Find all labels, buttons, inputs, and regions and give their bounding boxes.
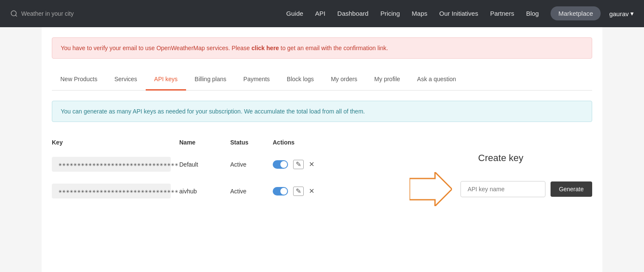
- keys-table: Key Name Status Actions ✳✳✳✳✳✳✳✳✳✳✳✳✳✳✳✳…: [52, 136, 384, 204]
- generate-button[interactable]: Generate: [551, 181, 592, 197]
- nav-marketplace[interactable]: Marketplace: [551, 6, 601, 20]
- svg-point-0: [11, 11, 16, 16]
- alert-text-after: to get an email with the confirmation li…: [279, 45, 388, 51]
- nav-dashboard[interactable]: Dashboard: [337, 10, 368, 17]
- api-key-name-2: aivhub: [179, 188, 230, 195]
- tab-my-profile[interactable]: My profile: [366, 69, 409, 91]
- nav-partners[interactable]: Partners: [490, 10, 514, 17]
- api-key-actions-1: ✎ ✕: [273, 160, 324, 169]
- table-header: Key Name Status Actions: [52, 136, 384, 151]
- api-key-name-1: Default: [179, 161, 230, 168]
- header-key: Key: [52, 139, 179, 146]
- tab-api-keys[interactable]: API keys: [146, 69, 186, 91]
- delete-icon-2[interactable]: ✕: [309, 187, 314, 195]
- tabs-bar: New Products Services API keys Billing p…: [52, 69, 592, 91]
- table-row: ✳✳✳✳✳✳✳✳✳✳✳✳✳✳✳✳✳✳✳✳✳✳✳✳✳✳✳✳✳✳✳✳ Default…: [52, 151, 384, 178]
- alert-text-before: You have to verify your email to use Ope…: [61, 45, 251, 51]
- api-section: Key Name Status Actions ✳✳✳✳✳✳✳✳✳✳✳✳✳✳✳✳…: [52, 136, 592, 206]
- nav-guide[interactable]: Guide: [286, 10, 303, 17]
- nav-api[interactable]: API: [315, 10, 325, 17]
- edit-icon-2[interactable]: ✎: [293, 187, 304, 196]
- header-name: Name: [179, 139, 230, 146]
- nav-pricing[interactable]: Pricing: [380, 10, 400, 17]
- tab-services[interactable]: Services: [106, 69, 146, 91]
- create-key-form: Generate: [460, 181, 592, 197]
- api-key-status-1: Active: [230, 161, 273, 168]
- create-key-title: Create key: [478, 153, 523, 164]
- chevron-down-icon: ▾: [630, 10, 634, 17]
- alert-click-here[interactable]: click here: [251, 45, 279, 51]
- svg-marker-1: [410, 172, 452, 206]
- alert-banner: You have to verify your email to use Ope…: [52, 37, 592, 59]
- search-placeholder: Weather in your city: [21, 10, 73, 17]
- arrow-and-form: Generate: [410, 172, 592, 206]
- info-box: You can generate as many API keys as nee…: [52, 101, 592, 122]
- header-actions: Actions: [273, 139, 324, 146]
- create-key-section: Create key Generate: [410, 136, 592, 206]
- delete-icon-1[interactable]: ✕: [309, 160, 314, 168]
- tab-billing-plans[interactable]: Billing plans: [186, 69, 235, 91]
- user-label: gaurav: [609, 10, 629, 17]
- api-key-value-1: ✳✳✳✳✳✳✳✳✳✳✳✳✳✳✳✳✳✳✳✳✳✳✳✳✳✳✳✳✳✳✳✳: [52, 157, 171, 172]
- nav-blog[interactable]: Blog: [526, 10, 539, 17]
- tab-payments[interactable]: Payments: [235, 69, 278, 91]
- main-content: You have to verify your email to use Ope…: [42, 27, 602, 272]
- api-key-status-2: Active: [230, 188, 273, 195]
- navbar: Weather in your city Guide API Dashboard…: [0, 0, 644, 27]
- tab-block-logs[interactable]: Block logs: [278, 69, 322, 91]
- toggle-1[interactable]: [273, 160, 288, 169]
- edit-icon-1[interactable]: ✎: [293, 160, 304, 169]
- nav-maps[interactable]: Maps: [412, 10, 427, 17]
- user-menu[interactable]: gaurav ▾: [609, 10, 634, 17]
- api-key-value-2: ✳✳✳✳✳✳✳✳✳✳✳✳✳✳✳✳✳✳✳✳✳✳✳✳✳✳✳✳✳✳✳✳: [52, 184, 171, 198]
- tab-ask-question[interactable]: Ask a question: [409, 69, 465, 91]
- tab-new-products[interactable]: New Products: [52, 69, 106, 91]
- header-status: Status: [230, 139, 273, 146]
- toggle-2[interactable]: [273, 187, 288, 196]
- api-key-name-input[interactable]: [460, 181, 545, 197]
- search-icon: [10, 10, 18, 17]
- nav-links: Guide API Dashboard Pricing Maps Our Ini…: [286, 10, 601, 17]
- nav-initiatives[interactable]: Our Initiatives: [439, 10, 478, 17]
- tab-my-orders[interactable]: My orders: [322, 69, 366, 91]
- orange-arrow-icon: [410, 172, 452, 206]
- api-key-actions-2: ✎ ✕: [273, 187, 324, 196]
- info-text: You can generate as many API keys as nee…: [61, 108, 365, 115]
- table-row: ✳✳✳✳✳✳✳✳✳✳✳✳✳✳✳✳✳✳✳✳✳✳✳✳✳✳✳✳✳✳✳✳ aivhub …: [52, 178, 384, 204]
- search-bar[interactable]: Weather in your city: [10, 10, 73, 17]
